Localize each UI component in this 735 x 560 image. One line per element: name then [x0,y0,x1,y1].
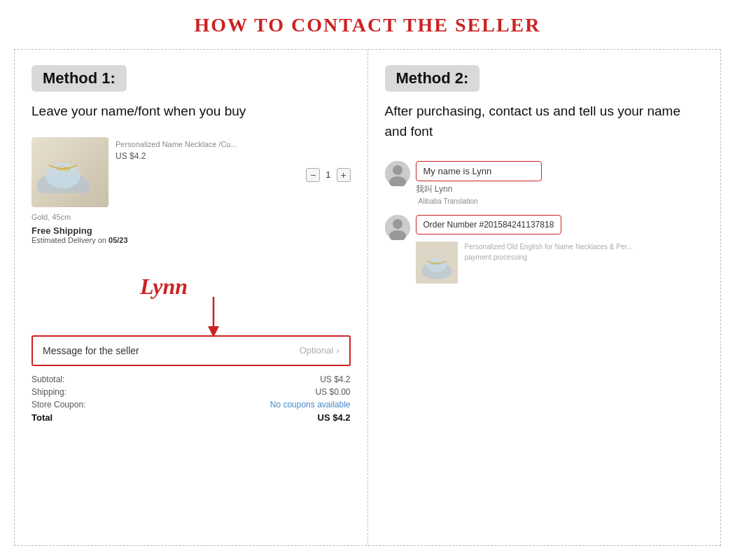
product-thumbnail: Gitty [416,241,458,284]
subtotal-row: Subtotal: US $4.2 [31,374,351,384]
product-thumb-status: payment processing [465,252,633,262]
svg-point-9 [393,219,402,229]
lynn-overlay-label: Lynn [140,274,188,300]
seller-message-label: Message for the seller [43,345,139,356]
page-container: HOW TO CONTACT THE SELLER Method 1: Leav… [0,0,735,560]
avatar-2 [385,215,410,240]
order-number-bubble: Order Number #201584241137818 [416,215,562,234]
red-arrow-icon [203,297,224,342]
method1-column: Method 1: Leave your name/font when you … [15,50,368,545]
seller-message-optional: Optional › [300,345,340,356]
total-value: US $4.2 [318,412,351,423]
shipping-section: Free Shipping Estimated Delivery on 05/2… [31,225,351,244]
qty-increase-button[interactable]: + [337,168,351,182]
methods-container: Method 1: Leave your name/font when you … [14,49,721,546]
total-row: Total US $4.2 [31,412,351,423]
shipping-row: Shipping: US $0.00 [31,387,351,397]
coupon-label: Store Coupon: [31,400,85,410]
subtotal-value: US $4.2 [320,374,350,384]
product-thumbnail-info: Personalized Old English for Name Neckla… [465,241,633,262]
order-summary: Subtotal: US $4.2 Shipping: US $0.00 Sto… [31,374,351,423]
product-row: Gitty Personalized Name Necklace /Cu... … [31,137,351,207]
svg-text:Gitty: Gitty [57,164,71,172]
method1-desc: Leave your name/font when you buy [31,102,246,122]
product-price: US $4.2 [115,151,351,161]
qty-decrease-button[interactable]: − [306,168,320,182]
variant-text: Gold, 45cm [31,213,351,221]
page-title: HOW TO CONTACT THE SELLER [194,14,540,36]
product-thumb-name: Personalized Old English for Name Neckla… [465,241,633,252]
shipping-value: US $0.00 [315,387,350,397]
product-thumbnail-row: Gitty Personalized Old English for Name … [416,241,704,284]
svg-text:Gitty: Gitty [430,260,441,266]
shipping-label: Shipping: [31,387,66,397]
shipping-title: Free Shipping [31,225,351,236]
product-info: Personalized Name Necklace /Cu... US $4.… [115,137,351,185]
necklace-illustration: Gitty [31,137,94,193]
chat-bubble-col-1: My name is Lynn 我叫 Lynn Alibaba Translat… [416,161,704,205]
product-image: Gitty [31,137,108,207]
method1-badge: Method 1: [31,65,127,92]
svg-point-6 [393,165,402,175]
subtotal-label: Subtotal: [31,374,64,384]
shipping-date-value: 05/23 [108,236,128,244]
product-name: Personalized Name Necklace /Cu... [115,140,351,148]
qty-number: 1 [326,169,330,180]
chinese-translation-text: 我叫 Lynn [416,183,704,195]
coupon-row: Store Coupon: No coupons available [31,400,351,410]
svg-marker-4 [208,326,219,337]
chat-message-2: Order Number #201584241137818 Gitty [385,215,704,284]
shipping-date-label: Estimated Delivery on [31,236,106,244]
shipping-date: Estimated Delivery on 05/23 [31,236,351,244]
qty-row: − 1 + [115,168,351,182]
method1-screenshot: Gitty Personalized Name Necklace /Cu... … [31,137,351,426]
avatar-1 [385,161,410,186]
seller-message-box[interactable]: Message for the seller Optional › [31,335,351,366]
translation-badge: Alibaba Translation [419,197,704,205]
chat-area: My name is Lynn 我叫 Lynn Alibaba Translat… [385,161,704,293]
chat-bubble-1: My name is Lynn [416,161,542,181]
method2-desc: After purchasing, contact us and tell us… [385,102,704,141]
chat-bubble-col-2: Order Number #201584241137818 Gitty [416,215,704,284]
total-label: Total [31,412,52,423]
coupon-value: No coupons available [270,400,351,410]
chat-message-1: My name is Lynn 我叫 Lynn Alibaba Translat… [385,161,704,205]
method2-badge: Method 2: [385,65,480,92]
method2-column: Method 2: After purchasing, contact us a… [368,50,721,545]
